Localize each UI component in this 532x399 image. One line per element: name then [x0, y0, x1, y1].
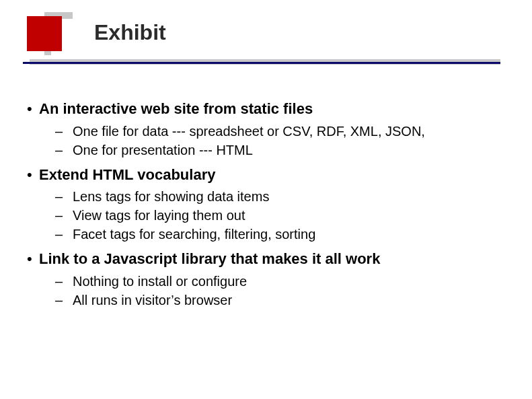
bullet-text: Link to a Javascript library that makes … [39, 250, 380, 268]
sub-bullet-text: Facet tags for searching, filtering, sor… [73, 225, 315, 243]
sub-bullet-list: – Lens tags for showing data items – Vie… [55, 188, 505, 243]
bullet-list: • An interactive web site from static fi… [27, 100, 505, 309]
dash-icon: – [55, 188, 73, 205]
dash-icon: – [55, 142, 73, 158]
sub-bullet-text: Lens tags for showing data items [73, 188, 269, 205]
slide: Exhibit • An interactive web site from s… [0, 0, 532, 399]
sub-bullet-item: – Lens tags for showing data items [55, 188, 505, 205]
sub-bullet-text: One for presentation --- HTML [73, 141, 253, 159]
dash-icon: – [55, 292, 73, 308]
sub-bullet-item: – All runs in visitor’s browser [55, 291, 505, 309]
sub-bullet-item: – Facet tags for searching, filtering, s… [55, 225, 505, 243]
sub-bullet-text: Nothing to install or configure [73, 273, 247, 290]
sub-bullet-item: – View tags for laying them out [55, 207, 505, 224]
slide-title: Exhibit [94, 20, 166, 45]
sub-bullet-item: – One for presentation --- HTML [55, 141, 505, 159]
bullet-item: • Link to a Javascript library that make… [27, 250, 505, 309]
dash-icon: – [55, 273, 73, 289]
dash-icon: – [55, 226, 73, 242]
slide-header: Exhibit [0, 0, 532, 65]
sub-bullet-text: One file for data --- spreadsheet or CSV… [73, 122, 425, 140]
dash-icon: – [55, 207, 73, 223]
dash-icon: – [55, 123, 73, 139]
header-accent-box [27, 16, 62, 51]
bullet-dot-icon: • [27, 102, 39, 116]
bullet-text: Extend HTML vocabulary [39, 166, 215, 184]
sub-bullet-text: All runs in visitor’s browser [73, 291, 232, 309]
sub-bullet-list: – One file for data --- spreadsheet or C… [55, 122, 505, 159]
sub-bullet-list: – Nothing to install or configure – All … [55, 273, 505, 309]
sub-bullet-item: – One file for data --- spreadsheet or C… [55, 122, 505, 140]
header-rule [23, 62, 500, 64]
sub-bullet-text: View tags for laying them out [73, 207, 245, 224]
bullet-dot-icon: • [27, 168, 39, 182]
bullet-item: • Extend HTML vocabulary – Lens tags for… [27, 166, 505, 244]
bullet-text: An interactive web site from static file… [39, 100, 313, 118]
bullet-item: • An interactive web site from static fi… [27, 100, 505, 159]
slide-body: • An interactive web site from static fi… [27, 100, 505, 316]
sub-bullet-item: – Nothing to install or configure [55, 273, 505, 290]
bullet-dot-icon: • [27, 252, 39, 266]
